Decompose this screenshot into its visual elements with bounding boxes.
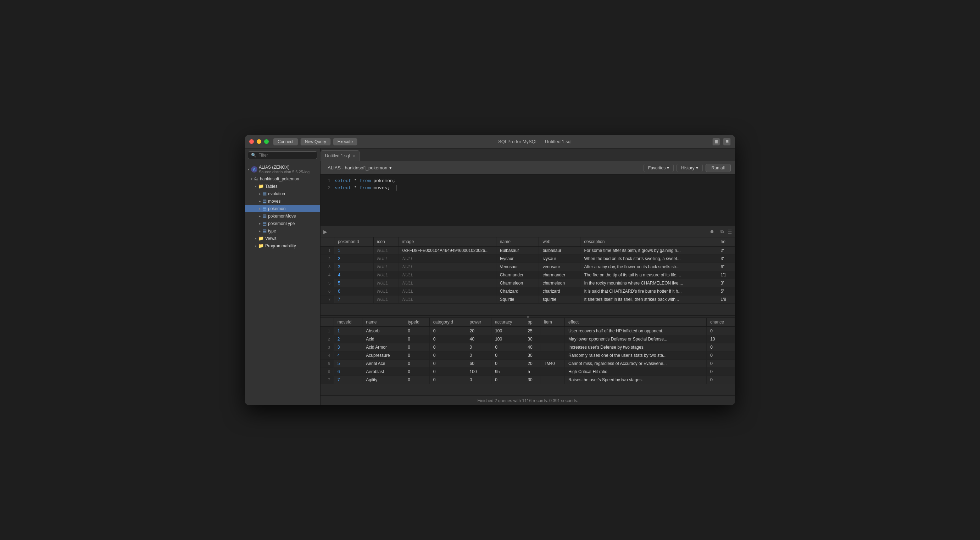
cell-pp: 5 <box>524 367 540 376</box>
table-row: 2 2 NULL NULL Ivysaur ivysaur When the b… <box>321 255 735 263</box>
export-icon[interactable]: ⏺ <box>708 227 716 236</box>
execute-button[interactable]: Execute <box>333 138 357 146</box>
query-tab[interactable]: Untitled 1.sql × <box>321 150 360 161</box>
sidebar-item-views[interactable]: ▸ 📁 Views <box>245 235 320 242</box>
chevron-down-icon: ▾ <box>255 184 257 188</box>
filter-input[interactable] <box>258 153 314 158</box>
toolbar-buttons: Connect New Query Execute <box>273 138 357 146</box>
editor-line-1: 1 select * from pokemon; <box>325 178 731 184</box>
title-bar-icons: ▦ ⊟ <box>712 138 731 146</box>
cell-name: Bulbasaur <box>496 246 539 255</box>
search-icon: 🔍 <box>251 153 256 158</box>
layout-icon[interactable]: ⊟ <box>723 138 731 146</box>
cell-image: NULL <box>399 255 496 263</box>
maximize-button[interactable] <box>264 139 269 144</box>
sidebar-item-programmability[interactable]: ▸ 📁 Programmability <box>245 242 320 249</box>
close-button[interactable] <box>249 139 254 144</box>
chevron-down-icon: ▾ <box>667 165 669 170</box>
col-header-pokemonid: pokemonId <box>334 237 374 246</box>
cell-description: It shelters itself in its shell, then st… <box>581 295 717 304</box>
sidebar-item-alias[interactable]: ▾ A ALIAS (ZENOX) Source distribution 5.… <box>245 164 320 175</box>
table-icon: ▤ <box>262 228 267 233</box>
right-panel: Untitled 1.sql × ALIAS - hankinsoft_poke… <box>321 148 735 405</box>
row-number: 2 <box>321 255 334 263</box>
connect-button[interactable]: Connect <box>273 138 298 146</box>
sidebar-item-evolution[interactable]: ▸ ▤ evolution <box>245 190 320 197</box>
history-button[interactable]: History ▾ <box>676 164 702 172</box>
cell-name: Acid <box>362 335 404 343</box>
cell-pokemonid: 6 <box>334 287 374 295</box>
play-icon[interactable]: ▶ <box>323 229 327 235</box>
cell-moveid: 6 <box>334 367 362 376</box>
alias-icon: A <box>251 166 258 173</box>
status-bar: Finished 2 queries with 1116 records. 0.… <box>321 396 735 405</box>
sidebar-item-type[interactable]: ▸ ▤ type <box>245 227 320 235</box>
cell-chance: 0 <box>706 367 735 376</box>
table-row: 1 1 Absorb 0 0 20 100 25 User recovers h… <box>321 327 735 335</box>
minimize-button[interactable] <box>257 139 261 144</box>
col-header-rownum <box>321 318 334 327</box>
menu-icon[interactable]: ☰ <box>727 229 732 235</box>
cell-item <box>540 335 565 343</box>
cell-icon: NULL <box>373 287 399 295</box>
filter-wrapper: 🔍 <box>248 151 317 159</box>
folder-icon: 📁 <box>258 236 264 241</box>
cell-name: Agility <box>362 376 404 384</box>
cell-pp: 30 <box>524 351 540 359</box>
table-name-pokemon: pokemon <box>268 206 285 211</box>
col-header-name: name <box>362 318 404 327</box>
text-cursor <box>393 185 396 191</box>
sidebar-item-pokemon[interactable]: ▸ ▤ pokemon <box>245 205 320 212</box>
traffic-lights <box>249 139 269 144</box>
cell-web: charmeleon <box>539 279 581 287</box>
pokemon-results-table: pokemonId icon image name web descriptio… <box>321 237 735 304</box>
copy-icon[interactable]: ⧉ <box>718 227 726 236</box>
sidebar-item-moves[interactable]: ▸ ▤ moves <box>245 197 320 205</box>
sidebar-item-pokemonmove[interactable]: ▸ ▤ pokemonMove <box>245 212 320 220</box>
cell-pp: 30 <box>524 376 540 384</box>
chevron-right-icon: ▸ <box>255 237 257 240</box>
cell-effect: Randomly raises one of the user's stats … <box>565 351 706 359</box>
favorites-button[interactable]: Favorites ▾ <box>644 164 674 172</box>
sidebar-item-database[interactable]: ▾ 🗂 hankinsoft_pokemon <box>245 175 320 183</box>
run-all-button[interactable]: Run all <box>706 164 731 172</box>
cell-pokemonid: 1 <box>334 246 374 255</box>
cell-image: NULL <box>399 287 496 295</box>
chevron-right-icon: ▸ <box>259 229 261 233</box>
cell-icon: NULL <box>373 246 399 255</box>
history-label: History <box>681 165 694 170</box>
cell-item <box>540 367 565 376</box>
tab-close-icon[interactable]: × <box>352 154 355 158</box>
sql-editor[interactable]: 1 select * from pokemon; 2 select * from <box>321 175 735 226</box>
col-header-name: name <box>496 237 539 246</box>
cell-chance: 0 <box>706 376 735 384</box>
cell-moveid: 2 <box>334 335 362 343</box>
row-number: 3 <box>321 263 334 271</box>
cell-accuracy: 0 <box>492 376 524 384</box>
sidebar-item-pokemontype[interactable]: ▸ ▤ pokemonType <box>245 220 320 227</box>
cell-accuracy: 0 <box>492 351 524 359</box>
chevron-down-icon: ▾ <box>248 168 250 171</box>
cell-categoryid: 0 <box>430 335 466 343</box>
cell-chance: 0 <box>706 327 735 335</box>
cell-description: It is said that CHARIZARD's fire burns h… <box>581 287 717 295</box>
panel-toggle-icon[interactable]: ▦ <box>712 138 720 146</box>
new-query-button[interactable]: New Query <box>300 138 331 146</box>
sidebar-item-tables[interactable]: ▾ 📁 Tables <box>245 183 320 190</box>
table-icon: ▤ <box>262 221 267 226</box>
cell-name: Venusaur <box>496 263 539 271</box>
cell-moveid: 7 <box>334 376 362 384</box>
cell-he: 5' <box>717 287 735 295</box>
table-row: 3 3 Acid Armor 0 0 0 0 40 Increases user… <box>321 343 735 351</box>
sql-content: select * from moves; <box>335 184 396 192</box>
table-name-pokemontype: pokemonType <box>268 221 294 226</box>
table-row: 6 6 NULL NULL Charizard charizard It is … <box>321 287 735 295</box>
connection-selector[interactable]: ALIAS - hankinsoft_pokemon ▾ <box>325 164 395 172</box>
cell-pokemonid: 4 <box>334 271 374 279</box>
table-row: 7 7 Agility 0 0 0 0 30 Raises the user's… <box>321 376 735 384</box>
row-number: 6 <box>321 367 334 376</box>
cell-name: Charizard <box>496 287 539 295</box>
col-header-categoryid: categoryId <box>430 318 466 327</box>
cell-web: venusaur <box>539 263 581 271</box>
chevron-right-icon: ▸ <box>255 244 257 248</box>
